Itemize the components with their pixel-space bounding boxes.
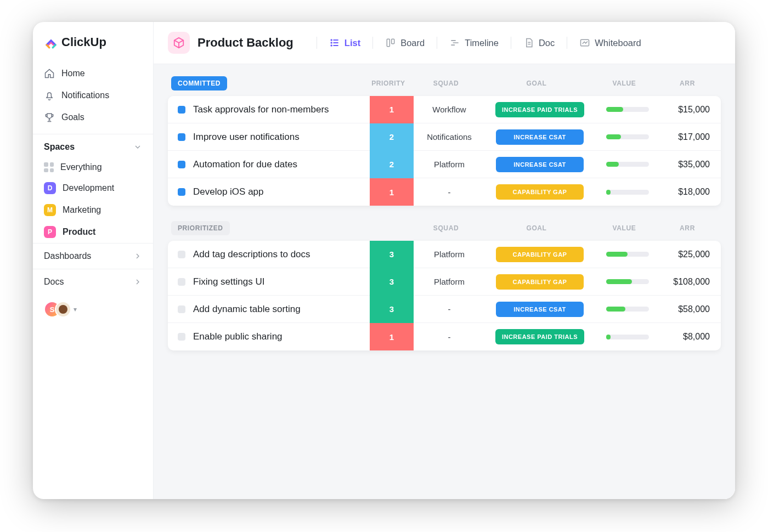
column-headers: SQUADGOALVALUEARR	[366, 224, 718, 232]
cell-arr[interactable]: $8,000	[660, 332, 721, 342]
cell-squad[interactable]: Workflow	[414, 105, 485, 114]
svg-rect-3	[387, 39, 389, 46]
brand-logo[interactable]: ClickUp	[33, 31, 153, 59]
cell-priority[interactable]: 3	[370, 268, 414, 296]
sidebar-item-docs[interactable]: Docs	[33, 269, 153, 295]
cell-value[interactable]	[595, 134, 660, 139]
task-row[interactable]: Automation for due dates2PlatformINCREAS…	[168, 151, 721, 178]
sidebar-space-marketing[interactable]: MMarketing	[33, 199, 153, 221]
cell-arr[interactable]: $15,000	[660, 105, 721, 115]
task-status-square[interactable]	[178, 333, 185, 341]
cell-priority[interactable]: 1	[370, 323, 414, 350]
cell-value[interactable]	[595, 279, 660, 284]
task-title[interactable]: Automation for due dates	[193, 159, 370, 170]
task-status-square[interactable]	[178, 251, 185, 258]
cell-squad[interactable]: Platform	[414, 277, 485, 286]
column-header-priority[interactable]	[366, 224, 410, 232]
sidebar-item-goals[interactable]: Goals	[33, 106, 153, 128]
sidebar-item-home[interactable]: Home	[33, 63, 153, 84]
cell-arr[interactable]: $108,000	[660, 277, 721, 287]
sidebar-item-dashboards[interactable]: Dashboards	[33, 244, 153, 269]
task-row[interactable]: Improve user notifications2Notifications…	[168, 123, 721, 151]
task-group: PRIORITIZEDSQUADGOALVALUEARRAdd tag desc…	[168, 221, 721, 350]
cell-arr[interactable]: $17,000	[660, 132, 721, 142]
cell-goal[interactable]: INCREASE CSAT	[485, 129, 595, 145]
svg-point-2	[331, 45, 332, 46]
tab-doc[interactable]: Doc	[518, 34, 560, 52]
cell-goal[interactable]: CAPABILITY GAP	[485, 274, 595, 290]
cell-priority[interactable]: 2	[370, 151, 414, 178]
task-row[interactable]: Add dynamic table sorting3-INCREASE CSAT…	[168, 296, 721, 323]
cell-goal[interactable]: CAPABILITY GAP	[485, 247, 595, 262]
cell-priority[interactable]: 3	[370, 241, 414, 268]
task-title[interactable]: Improve user notifications	[193, 132, 370, 143]
cell-goal[interactable]: CAPABILITY GAP	[485, 184, 595, 200]
task-title[interactable]: Fixing settings UI	[193, 276, 370, 287]
chevron-down-icon	[133, 143, 142, 151]
group-status-chip[interactable]: PRIORITIZED	[171, 221, 230, 235]
column-header-goal[interactable]: GOAL	[482, 224, 591, 232]
cell-squad[interactable]: -	[414, 304, 485, 314]
cell-squad[interactable]: Platform	[414, 160, 485, 169]
cell-arr[interactable]: $25,000	[660, 250, 721, 259]
cell-goal[interactable]: INCREASE PAID TRIALS	[485, 102, 595, 117]
cell-arr[interactable]: $35,000	[660, 160, 721, 169]
cell-arr[interactable]: $58,000	[660, 304, 721, 314]
cell-priority[interactable]: 1	[370, 96, 414, 123]
task-row[interactable]: Fixing settings UI3PlatformCAPABILITY GA…	[168, 268, 721, 296]
task-status-square[interactable]	[178, 188, 185, 196]
cell-priority[interactable]: 2	[370, 123, 414, 151]
cell-squad[interactable]: Notifications	[414, 132, 485, 142]
cell-value[interactable]	[595, 107, 660, 112]
spaces-header[interactable]: Spaces	[33, 134, 153, 157]
task-row[interactable]: Develop iOS app1-CAPABILITY GAP$18,000	[168, 178, 721, 206]
cell-priority[interactable]: 3	[370, 296, 414, 323]
task-status-square[interactable]	[178, 106, 185, 114]
space-label: Marketing	[63, 205, 101, 215]
task-status-square[interactable]	[178, 278, 185, 286]
column-header-squad[interactable]: SQUAD	[410, 80, 482, 87]
tab-list[interactable]: List	[324, 34, 366, 52]
task-title[interactable]: Task approvals for non-members	[193, 104, 370, 115]
sidebar-space-development[interactable]: DDevelopment	[33, 177, 153, 199]
sidebar-item-everything[interactable]: Everything	[33, 157, 153, 177]
cell-value[interactable]	[595, 162, 660, 167]
cell-value[interactable]	[595, 307, 660, 312]
column-header-squad[interactable]: SQUAD	[410, 224, 482, 232]
task-row[interactable]: Enable public sharing1-INCREASE PAID TRI…	[168, 323, 721, 350]
cell-squad[interactable]: Platform	[414, 250, 485, 259]
cell-value[interactable]	[595, 335, 660, 339]
cell-goal[interactable]: INCREASE CSAT	[485, 157, 595, 172]
sidebar-item-notifications[interactable]: Notifications	[33, 84, 153, 106]
cell-value[interactable]	[595, 252, 660, 257]
tab-whiteboard[interactable]: Whiteboard	[574, 34, 646, 52]
tab-board[interactable]: Board	[380, 34, 430, 52]
column-header-value[interactable]: VALUE	[591, 80, 657, 87]
tab-timeline[interactable]: Timeline	[444, 34, 504, 52]
cell-goal[interactable]: INCREASE PAID TRIALS	[485, 329, 595, 344]
cell-goal[interactable]: INCREASE CSAT	[485, 302, 595, 317]
cell-arr[interactable]: $18,000	[660, 187, 721, 197]
task-status-square[interactable]	[178, 161, 185, 168]
column-header-priority[interactable]: PRIORITY	[366, 80, 410, 87]
cell-priority[interactable]: 1	[370, 178, 414, 206]
task-title[interactable]: Enable public sharing	[193, 331, 370, 342]
cell-squad[interactable]: -	[414, 188, 485, 197]
column-header-arr[interactable]: ARR	[657, 224, 718, 232]
cell-squad[interactable]: -	[414, 332, 485, 342]
task-title[interactable]: Add tag descriptions to docs	[193, 249, 370, 260]
list-icon	[329, 37, 340, 48]
task-status-square[interactable]	[178, 305, 185, 313]
column-header-goal[interactable]: GOAL	[482, 80, 591, 87]
task-row[interactable]: Task approvals for non-members1WorkflowI…	[168, 96, 721, 123]
sidebar-space-product[interactable]: PProduct	[33, 221, 153, 243]
task-title[interactable]: Develop iOS app	[193, 186, 370, 197]
group-status-chip[interactable]: COMMITTED	[171, 76, 227, 90]
task-title[interactable]: Add dynamic table sorting	[193, 304, 370, 315]
task-status-square[interactable]	[178, 133, 185, 141]
column-header-value[interactable]: VALUE	[591, 224, 657, 232]
task-row[interactable]: Add tag descriptions to docs3PlatformCAP…	[168, 241, 721, 268]
user-avatars[interactable]: S ▾	[33, 295, 153, 324]
cell-value[interactable]	[595, 190, 660, 195]
column-header-arr[interactable]: ARR	[657, 80, 718, 87]
